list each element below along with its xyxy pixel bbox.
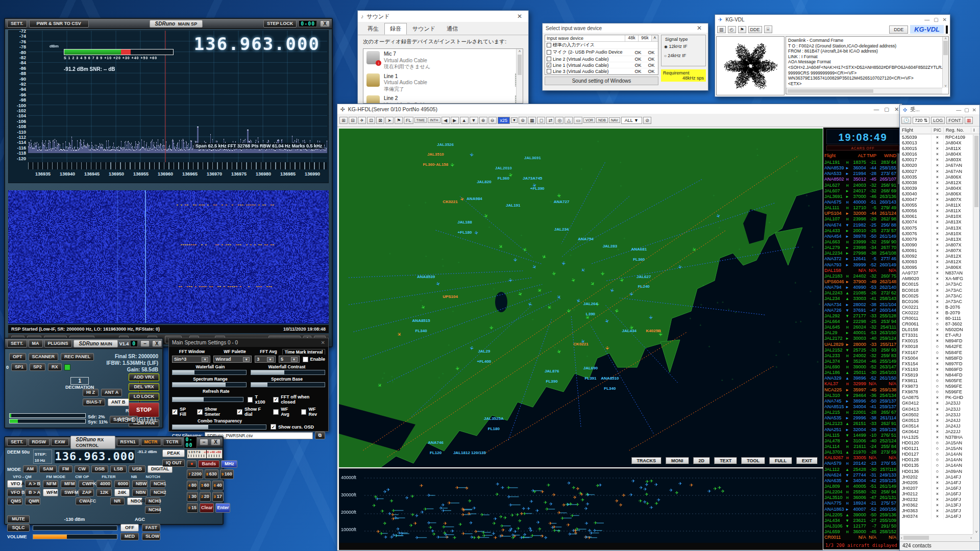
keypad-5[interactable]: 560 (200, 481, 211, 490)
aircraft-icon[interactable]: ✈ (566, 309, 572, 313)
hfdl-minimize-button[interactable]: — (874, 106, 879, 112)
flight-table[interactable]: JAL191н18375-21283/ 64ANA8539▸36004-4425… (824, 160, 896, 540)
agc-fast-button[interactable]: FAST (142, 524, 160, 532)
nbn-button[interactable]: NBN (132, 489, 148, 496)
contact-row[interactable]: FX9878○N596FE (900, 389, 973, 395)
pin-icon[interactable]: ⚑ (738, 26, 746, 33)
box-icon[interactable]: ▭ (574, 117, 582, 124)
flag-icon[interactable]: ⚑ (395, 117, 403, 124)
contact-row[interactable]: 6J0017×JA803X (900, 157, 973, 163)
pan-up-button[interactable]: ▲ (460, 117, 469, 124)
bands-button[interactable]: Bands (198, 460, 219, 468)
timer-icon[interactable]: 🕒 (901, 117, 911, 124)
lo-lock-button[interactable]: LO LOCK (129, 393, 159, 400)
qmr-button[interactable]: QMR (25, 497, 40, 505)
cwpk-button[interactable]: CWPK (79, 480, 94, 488)
contact-row[interactable]: GK0513×JA24JJ (900, 418, 973, 423)
contact-row[interactable]: 6J0055×JA811X (900, 203, 973, 208)
aircraft-filter-select[interactable]: ALL ▼ (621, 117, 642, 124)
contact-row[interactable]: 6J0061×JA810X (900, 214, 973, 219)
aircraft-icon[interactable]: ✈ (541, 253, 548, 260)
keypad-6[interactable]: 640 (212, 481, 224, 490)
qms-button[interactable]: QMS (7, 497, 22, 505)
flight-row[interactable]: JAL3510н36006-47261/131 (824, 495, 896, 500)
aircraft-icon[interactable]: ✈ (556, 193, 562, 198)
contact-row[interactable]: ET3331×ET-ARJ (900, 333, 973, 338)
aircraft-icon[interactable]: ✈ (608, 288, 615, 294)
kgvdl-close-button[interactable]: ✕ (943, 17, 947, 22)
aircraft-icon[interactable]: ✈ (536, 287, 543, 294)
sp-close-button[interactable]: X (320, 20, 330, 27)
tab-サウンド[interactable]: サウンド (407, 23, 441, 35)
sp-pwr-snr-csv-button[interactable]: PWR & SNR TO CSV (29, 20, 89, 28)
ba-button[interactable]: B > A (25, 489, 40, 496)
flight-row[interactable]: ANA624▾27744-31249/133 (824, 472, 896, 478)
contact-row[interactable]: 6J0040×JA806X (900, 191, 973, 197)
contact-row[interactable]: HD0120○JA15AN (900, 440, 973, 446)
mfm-button[interactable]: MFM (61, 480, 76, 488)
f6000-button[interactable]: 6000 (114, 480, 130, 488)
radio-12khz[interactable]: ◉ 12kHz IF (664, 44, 703, 49)
flight-row[interactable]: ANA533▸21994-28273/ 67 (824, 171, 896, 177)
map-button-tool[interactable]: TOOL (741, 457, 765, 464)
input-device-row[interactable]: マイク (2- USB PnP Audio DeviceOKOK (545, 49, 658, 56)
device-checkbox[interactable] (547, 43, 551, 47)
keypad-clear[interactable]: Clear (200, 503, 214, 513)
rec-panel-button[interactable]: REC PANEL (61, 353, 94, 361)
aircraft-icon[interactable]: ✈ (434, 281, 441, 287)
aircraft-icon[interactable]: ✈ (376, 382, 383, 389)
flight-row[interactable]: ANA8502н35012-45265/107 (824, 177, 896, 182)
flight-row[interactable]: JAL2243▴21085-26272/ 62 (824, 290, 896, 296)
input-device-row[interactable]: Line 3 (Virtual Audio Cable)OKOK (545, 68, 658, 74)
flight-row[interactable]: NCA225▸35997-45259/138 (824, 387, 896, 393)
aircraft-icon[interactable]: ✈ (531, 264, 538, 270)
mode-lsb[interactable]: LSB (110, 465, 127, 473)
flight-row[interactable]: ANA675н40000-51260/143 (824, 199, 896, 205)
kgvdl-hscroll[interactable] (786, 88, 942, 94)
map-button-tracks[interactable]: TRACKS (631, 457, 662, 464)
contact-row[interactable]: JH0374×JA14FJ (900, 514, 973, 519)
grid-icon[interactable]: ▦ (528, 117, 536, 124)
hiz-button[interactable]: HI Z (83, 389, 99, 396)
flight-row[interactable]: JAL114н21611-24255/ 84 (824, 444, 896, 449)
zoom-in-button[interactable]: ⊕ (479, 117, 487, 124)
flight-row[interactable]: JAL292▾27177-33255/128 (824, 313, 896, 319)
aircraft-icon[interactable]: ✈ (648, 315, 654, 320)
flight-row[interactable]: JAL2205▴39000-50259/136 (824, 512, 896, 518)
contact-row[interactable]: 6J0047×JA807X (900, 197, 973, 203)
aircraft-icon[interactable]: ✈ (507, 278, 513, 283)
contact-row[interactable]: GK0413×JA23JJ (900, 407, 973, 412)
contact-row[interactable]: CK0222×B-2079 (900, 310, 973, 316)
contact-row[interactable]: GA0875×PK-GHD (900, 395, 973, 400)
flight-row[interactable]: ANA726▾37691-47260/144 (824, 308, 896, 313)
flight-row[interactable]: DAL158N/AN/AN/A (824, 268, 896, 273)
flight-row[interactable]: ANA793▸39999-52260/149 (824, 262, 896, 268)
mode-am[interactable]: AM (23, 465, 37, 473)
device-item-line1[interactable]: Line 1Virtual Audio Cable準備完了 (366, 73, 520, 93)
mode-fm[interactable]: FM (59, 465, 72, 473)
contact-row[interactable]: HD0135○JA14AN (900, 463, 973, 468)
contact-row[interactable]: 6J0020×JA67AN (900, 163, 973, 168)
font-button[interactable]: FONT (946, 117, 963, 124)
select-input-close-button[interactable]: ✕ (694, 24, 705, 32)
tab-録音[interactable]: 録音 (384, 23, 407, 35)
contact-row[interactable]: 6J0093×JA812X (900, 259, 973, 265)
del-vrx-button[interactable]: DEL VRX (129, 383, 159, 391)
wf-rev-checkbox[interactable]: WF Rev (301, 407, 325, 417)
nch1-button[interactable]: NCH1 (150, 480, 165, 488)
route-icon[interactable]: ➤ (385, 117, 394, 124)
flight-row[interactable]: JAL112▴25428-30257/116 (824, 467, 896, 472)
select-region-icon[interactable]: ◻ (537, 117, 545, 124)
input-device-row[interactable]: ✓Line 1 (Virtual Audio Cable)OKOK (545, 62, 658, 68)
contact-row[interactable]: 6J0038×JA812X (900, 180, 973, 186)
map-button-moni[interactable]: MONI (666, 457, 689, 464)
nav-toggle[interactable]: NAV (609, 117, 620, 123)
fft-off-checkbox[interactable]: ✓FFT off when closed (273, 394, 325, 405)
col-96k[interactable]: 96k (639, 35, 652, 41)
keypad-7[interactable]: 72200 (187, 469, 203, 479)
aircraft-icon[interactable]: ✈ (517, 291, 524, 297)
zap-button[interactable]: ZAP (79, 489, 94, 496)
aircraft-icon[interactable]: ✈ (469, 153, 475, 157)
flight-row[interactable]: ANA8539▸36004-44258/155 (824, 165, 896, 171)
ant-a-button[interactable]: ANT A (101, 389, 122, 396)
